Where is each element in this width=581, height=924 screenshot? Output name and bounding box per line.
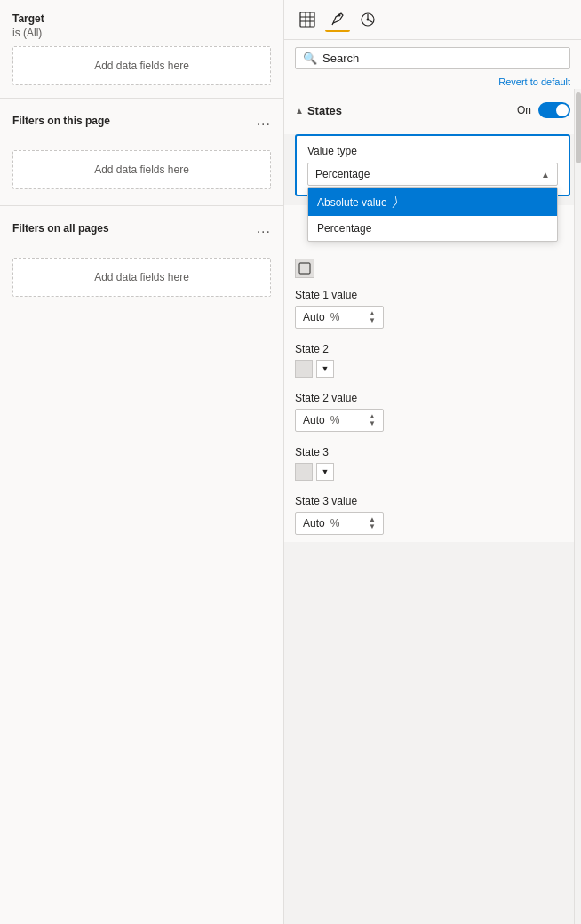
state3-value-group: State 3 value Auto % ▲ ▼ bbox=[284, 488, 581, 542]
state2-color-dropdown[interactable]: ▼ bbox=[316, 360, 334, 378]
value-type-container: Value type Percentage ▲ Absolute value 〉… bbox=[295, 134, 570, 196]
svg-rect-0 bbox=[300, 12, 314, 27]
scrollbar-thumb bbox=[576, 92, 581, 163]
filters-all-pages-section: Add data fields here bbox=[0, 242, 283, 309]
state1-value-label: State 1 value bbox=[295, 289, 570, 301]
target-label: Target bbox=[12, 12, 271, 25]
add-fields-all-pages[interactable]: Add data fields here bbox=[12, 258, 271, 297]
cursor-icon: 〉 bbox=[392, 195, 400, 211]
states-on-label: On bbox=[517, 104, 531, 116]
absolute-value-label: Absolute value bbox=[317, 196, 387, 209]
toolbar-format-icon[interactable] bbox=[325, 7, 350, 32]
filters-on-page-header: Filters on this page ... bbox=[0, 102, 283, 134]
stepper-down-2[interactable]: ▼ bbox=[369, 420, 376, 427]
dropdown-item-absolute[interactable]: Absolute value 〉 bbox=[308, 188, 557, 216]
state3-auto-text: Auto bbox=[303, 517, 325, 530]
right-panel: 🔍 Revert to default ▲ States On Value ty… bbox=[284, 0, 581, 924]
search-input[interactable] bbox=[322, 52, 562, 65]
state2-group: State 2 ▼ bbox=[284, 336, 581, 385]
state1-value-group: State 1 value Auto % ▲ ▼ bbox=[284, 282, 581, 336]
svg-point-5 bbox=[338, 14, 341, 17]
states-toggle-label[interactable]: ▲ States bbox=[295, 104, 342, 117]
state3-value-input[interactable]: Auto % ▲ ▼ bbox=[295, 512, 384, 535]
state1-value-input[interactable]: Auto % ▲ ▼ bbox=[295, 306, 384, 329]
dropdown-chevron-icon: ▲ bbox=[541, 170, 550, 179]
percentage-label: Percentage bbox=[317, 222, 371, 235]
toggle-knob bbox=[556, 104, 569, 116]
dropdown-item-percentage[interactable]: Percentage bbox=[308, 216, 557, 241]
search-container: 🔍 bbox=[284, 40, 581, 73]
divider-2 bbox=[0, 205, 283, 206]
state2-label: State 2 bbox=[295, 343, 570, 355]
states-toggle-row: On bbox=[517, 102, 570, 118]
state3-color-dropdown[interactable]: ▼ bbox=[316, 463, 334, 481]
filters-on-page-section: Add data fields here bbox=[0, 134, 283, 202]
toolbar bbox=[284, 0, 581, 40]
filters-on-page-menu[interactable]: ... bbox=[257, 113, 271, 129]
state2-color-box bbox=[295, 360, 313, 378]
toolbar-table-icon[interactable] bbox=[295, 7, 320, 32]
states-header: ▲ States On bbox=[295, 102, 570, 118]
state3-label: State 3 bbox=[295, 446, 570, 458]
state2-value-group: State 2 value Auto % ▲ ▼ bbox=[284, 385, 581, 439]
state3-group: State 3 ▼ bbox=[284, 439, 581, 488]
state3-color-box bbox=[295, 463, 313, 481]
revert-to-default-link[interactable]: Revert to default bbox=[498, 76, 570, 87]
state2-color-row: ▼ bbox=[295, 360, 570, 378]
state3-unit: % bbox=[330, 517, 340, 530]
left-panel: Target is (All) Add data fields here Fil… bbox=[0, 0, 284, 924]
toolbar-analytics-icon[interactable] bbox=[355, 7, 380, 32]
value-type-dropdown[interactable]: Percentage ▲ bbox=[307, 163, 558, 186]
value-type-selected: Percentage bbox=[315, 168, 370, 180]
search-box: 🔍 bbox=[295, 47, 570, 69]
state2-value-label: State 2 value bbox=[295, 392, 570, 404]
value-type-dropdown-menu: Absolute value 〉 Percentage bbox=[307, 187, 558, 242]
add-fields-target[interactable]: Add data fields here bbox=[12, 46, 271, 85]
filters-all-pages-header: Filters on all pages ... bbox=[0, 210, 283, 242]
states-toggle-switch[interactable] bbox=[538, 102, 570, 118]
state2-value-input[interactable]: Auto % ▲ ▼ bbox=[295, 409, 384, 432]
value-type-label: Value type bbox=[307, 145, 558, 157]
svg-point-7 bbox=[367, 19, 370, 21]
search-icon: 🔍 bbox=[303, 52, 317, 65]
svg-rect-8 bbox=[299, 263, 310, 274]
state3-stepper[interactable]: ▲ ▼ bbox=[369, 516, 376, 530]
state3-color-row: ▼ bbox=[295, 463, 570, 481]
states-section: ▲ States On bbox=[284, 95, 581, 134]
state2-unit: % bbox=[330, 414, 340, 426]
state3-value-label: State 3 value bbox=[295, 495, 570, 507]
state2-stepper[interactable]: ▲ ▼ bbox=[369, 413, 376, 427]
state1-auto-text: Auto bbox=[303, 311, 325, 323]
target-value: is (All) bbox=[12, 27, 271, 39]
right-scrollbar[interactable] bbox=[574, 89, 581, 924]
state1-stepper[interactable]: ▲ ▼ bbox=[369, 310, 376, 324]
divider-1 bbox=[0, 98, 283, 99]
stepper-down-3[interactable]: ▼ bbox=[369, 523, 376, 530]
states-chevron-icon: ▲ bbox=[295, 106, 304, 116]
states-label: States bbox=[307, 104, 342, 117]
target-section: Target is (All) Add data fields here bbox=[0, 0, 283, 94]
state1-unit: % bbox=[330, 311, 340, 323]
filters-all-pages-label: Filters on all pages bbox=[12, 222, 109, 235]
state2-auto-text: Auto bbox=[303, 414, 325, 426]
add-fields-page[interactable]: Add data fields here bbox=[12, 150, 271, 189]
state-icon[interactable] bbox=[295, 259, 314, 278]
filters-all-pages-menu[interactable]: ... bbox=[257, 220, 271, 236]
stepper-down[interactable]: ▼ bbox=[369, 317, 376, 324]
revert-link-container: Revert to default bbox=[284, 73, 581, 95]
filters-on-page-label: Filters on this page bbox=[12, 115, 110, 127]
